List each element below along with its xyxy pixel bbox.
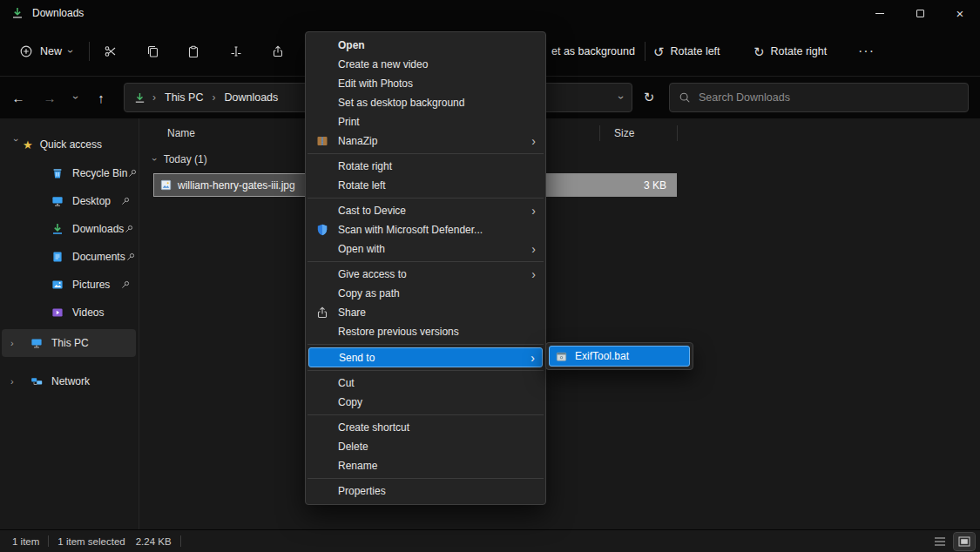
context-menu-item-restore-previous-versions[interactable]: Restore previous versions: [306, 322, 545, 341]
column-divider[interactable]: [677, 125, 678, 141]
maximize-button[interactable]: [900, 0, 940, 26]
context-menu-item-create-a-new-video[interactable]: Create a new video: [306, 55, 545, 74]
file-name-cell[interactable]: william-henry-gates-iii.jpg: [153, 173, 309, 197]
sidebar-item-recycle-bin[interactable]: Recycle Bin: [0, 160, 139, 186]
chevron-down-icon: ›: [64, 50, 77, 53]
context-menu-item-send-to[interactable]: Send to ›: [308, 347, 543, 367]
status-bar: 1 item 1 item selected 2.24 KB: [0, 529, 980, 552]
statusbar-divider: [180, 535, 181, 547]
context-menu-item-open[interactable]: Open: [306, 36, 545, 55]
context-menu-item-delete[interactable]: Delete: [306, 437, 545, 456]
sidebar-item-network[interactable]: › Network: [0, 367, 139, 395]
details-view-button[interactable]: [929, 533, 950, 550]
quick-access-star-icon: ★: [23, 138, 33, 151]
item-count: 1 item: [12, 536, 39, 547]
sidebar-item-label: Quick access: [40, 138, 102, 151]
search-input[interactable]: [699, 91, 959, 104]
minimize-button[interactable]: [860, 0, 900, 26]
sidebar-item-label: Documents: [72, 251, 125, 263]
chevron-down-icon: ›: [150, 158, 160, 161]
context-menu-item-properties[interactable]: Properties: [306, 481, 545, 501]
sidebar-item-downloads[interactable]: Downloads: [0, 216, 139, 242]
rename-button[interactable]: [220, 37, 252, 65]
context-menu-item-rotate-right[interactable]: Rotate right: [306, 157, 545, 176]
send-to-submenu-item-exiftool[interactable]: ExifTool.bat: [549, 346, 690, 367]
desktop-icon: [51, 194, 64, 208]
downloads-window-icon: [10, 6, 24, 20]
column-divider[interactable]: [599, 125, 600, 141]
address-dropdown-icon[interactable]: ›: [615, 96, 627, 99]
close-button[interactable]: ×: [940, 0, 980, 26]
sidebar-item-desktop[interactable]: Desktop: [0, 188, 139, 214]
sidebar-item-documents[interactable]: Documents: [0, 244, 139, 270]
recent-locations-button[interactable]: ›: [66, 86, 85, 109]
menu-item-label: Restore previous versions: [338, 326, 459, 338]
breadcrumb-downloads[interactable]: Downloads: [221, 90, 280, 105]
menu-separator: [308, 414, 544, 415]
chevron-down-icon: ›: [70, 96, 82, 99]
context-menu-item-scan-with-defender[interactable]: Scan with Microsoft Defender...: [306, 220, 545, 239]
cut-icon: [104, 44, 118, 58]
rotate-left-icon: ↺: [653, 45, 665, 58]
close-icon: ×: [956, 7, 964, 20]
sidebar-item-videos[interactable]: Videos: [0, 300, 139, 326]
sidebar-item-label: Pictures: [72, 279, 110, 291]
menu-item-label: Create shortcut: [338, 421, 409, 434]
context-menu-item-copy[interactable]: Copy: [306, 393, 545, 412]
refresh-button[interactable]: ↻: [637, 85, 661, 110]
sidebar-item-pictures[interactable]: Pictures: [0, 272, 139, 298]
context-menu-item-edit-with-photos[interactable]: Edit with Photos: [306, 74, 545, 93]
context-menu-item-give-access-to[interactable]: Give access to ›: [306, 265, 545, 284]
context-menu-item-create-shortcut[interactable]: Create shortcut: [306, 418, 545, 437]
context-menu-item-cut[interactable]: Cut: [306, 374, 545, 393]
sidebar-item-quick-access[interactable]: › ★ Quick access: [0, 132, 139, 157]
breadcrumb-this-pc[interactable]: This PC: [162, 90, 206, 105]
context-menu-item-print[interactable]: Print: [306, 112, 545, 131]
copy-button[interactable]: [137, 37, 168, 65]
forward-icon: →: [44, 91, 57, 105]
context-menu-item-share[interactable]: Share: [306, 303, 545, 322]
cut-button[interactable]: [95, 37, 126, 65]
file-explorer-window: Downloads × New ›: [0, 0, 980, 552]
thumbnail-view-button[interactable]: [954, 533, 975, 550]
paste-icon: [186, 44, 200, 58]
back-button[interactable]: ←: [7, 86, 30, 109]
menu-item-label: Delete: [338, 441, 368, 453]
forward-button[interactable]: →: [38, 86, 61, 109]
column-header-size[interactable]: Size: [614, 127, 634, 139]
network-icon: [30, 374, 44, 388]
sidebar-item-this-pc[interactable]: › This PC: [0, 329, 139, 357]
rotate-right-button[interactable]: ↻ Rotate right: [754, 37, 827, 65]
menu-item-label: Cut: [338, 377, 355, 389]
downloads-icon: [51, 222, 64, 236]
set-as-background-button[interactable]: et as background: [551, 45, 635, 57]
context-menu-item-cast-to-device[interactable]: Cast to Device ›: [306, 201, 545, 220]
context-menu-item-set-as-desktop-background[interactable]: Set as desktop background: [306, 93, 545, 112]
pictures-icon: [51, 278, 64, 292]
paste-button[interactable]: [178, 37, 209, 65]
context-menu-item-rename[interactable]: Rename: [306, 456, 545, 475]
rotate-left-button[interactable]: ↺ Rotate left: [653, 37, 720, 65]
context-menu-item-rotate-left[interactable]: Rotate left: [306, 176, 545, 195]
breadcrumb-chevron-icon: ›: [152, 91, 156, 104]
context-menu-item-copy-as-path[interactable]: Copy as path: [306, 284, 545, 303]
menu-separator: [308, 153, 544, 154]
pin-icon: [127, 168, 138, 178]
context-menu-item-nanazip[interactable]: NanaZip ›: [306, 131, 545, 151]
submenu-arrow-icon: ›: [531, 205, 536, 217]
menu-item-label: Rotate left: [338, 179, 386, 192]
share-button[interactable]: [262, 37, 294, 65]
chevron-right-icon: ›: [10, 376, 23, 387]
navigation-pane: › ★ Quick access Recycle Bin Desktop: [0, 118, 139, 529]
group-header-today[interactable]: › Today (1): [153, 153, 207, 165]
view-toggles: [929, 533, 975, 550]
see-more-button[interactable]: ···: [858, 37, 875, 65]
column-header-name[interactable]: Name: [167, 127, 195, 139]
breadcrumb-chevron-icon: ›: [212, 91, 215, 104]
up-button[interactable]: ↑: [90, 86, 112, 109]
context-menu-item-open-with[interactable]: Open with ›: [306, 239, 545, 259]
rotate-left-label: Rotate left: [671, 45, 720, 57]
new-button[interactable]: New ›: [10, 37, 81, 65]
menu-item-label: Create a new video: [338, 58, 428, 71]
nanazip-icon: [315, 134, 329, 148]
